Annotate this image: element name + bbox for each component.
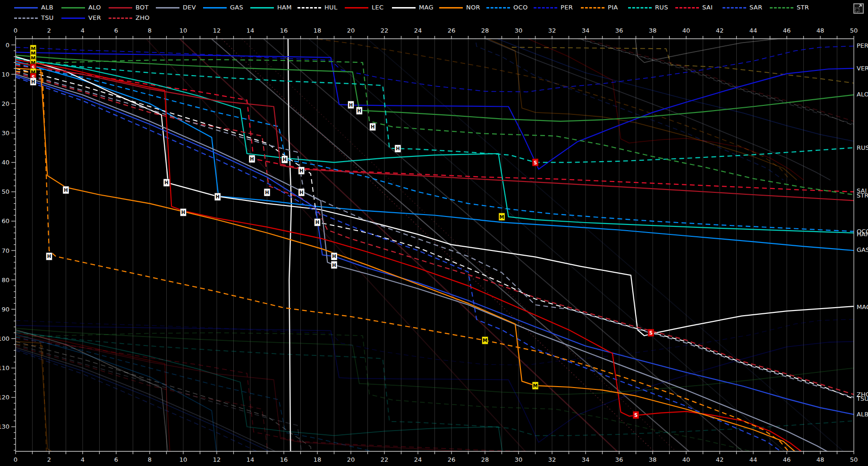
x-bottom-tick-label: 32 [548,456,556,463]
legend-driver-label: STR [797,2,809,13]
legend-driver-label: BOT [136,2,149,13]
legend-line-sample [61,17,85,19]
right-driver-label-ALO: ALO [857,91,868,98]
svg-text:H: H [315,220,319,225]
legend-item-ZHO[interactable]: ZHO [109,13,156,23]
x-bottom-tick-label: 24 [414,456,422,463]
pit-stop-marker-PIA: M [482,337,488,344]
trace-DEV [16,74,830,453]
pit-stop-marker-OCO: H [281,155,288,163]
pit-stop-marker-HUL: H [315,218,321,226]
legend-item-PIA[interactable]: PIA [581,2,628,13]
legend-driver-label: NOR [466,2,480,13]
y-tick-label: 80 [1,276,9,284]
legend-line-sample [534,7,557,9]
lap-chart-plot[interactable]: MMMMSMSHHHHHHHHHHHHHHHHHHMMMSSS002244668… [0,0,868,466]
legend-line-sample [109,17,132,19]
x-bottom-tick-label: 26 [448,456,456,463]
pit-stop-marker-ALO: H [356,107,362,114]
x-bottom-tick-label: 0 [14,456,17,463]
legend-item-ALB[interactable]: ALB [14,2,61,13]
legend-driver-label: PIA [608,2,618,13]
x-top-tick-label: 32 [548,27,556,34]
legend-item-BOT[interactable]: BOT [109,2,156,13]
y-tick-label: 90 [1,306,9,313]
x-top-tick-label: 24 [414,27,422,34]
legend-item-HAM[interactable]: HAM [250,2,298,13]
legend-line-sample [675,7,699,9]
svg-text:H: H [164,180,168,185]
svg-text:H: H [47,254,51,259]
x-top-tick-label: 42 [716,27,724,34]
right-driver-label-HAM: HAM [857,231,868,238]
chart-legend[interactable]: ALBALOBOTDEVGASHAMHULLECMAGNOROCOPERPIAR… [14,2,820,23]
legend-item-GAS[interactable]: GAS [203,2,250,13]
legend-item-LEC[interactable]: LEC [345,2,392,13]
pit-stop-marker-LEC: H [180,208,187,216]
legend-item-NOR[interactable]: NOR [439,2,486,13]
legend-driver-label: GAS [230,2,243,13]
y-tick-label: 70 [1,247,9,254]
legend-item-OCO[interactable]: OCO [486,2,534,13]
legend-line-sample [628,7,652,9]
y-tick-label: 50 [1,188,9,195]
legend-item-VER[interactable]: VER [61,13,109,23]
svg-text:H: H [332,263,336,268]
legend-item-PER[interactable]: PER [534,2,581,13]
legend-item-HUL[interactable]: HUL [298,2,345,13]
legend-line-sample [723,7,746,9]
legend-driver-label: ZHO [136,13,150,23]
x-top-tick-label: 48 [817,27,825,34]
x-bottom-tick-label: 28 [481,456,489,463]
auto-range-icon[interactable] [853,3,864,14]
legend-line-sample [298,7,321,9]
x-top-tick-label: 28 [481,27,489,34]
x-top-tick-label: 34 [582,27,590,34]
x-bottom-tick-label: 8 [148,456,152,463]
legend-driver-label: PER [561,2,573,13]
legend-item-STR[interactable]: STR [770,2,817,13]
legend-line-sample [14,17,38,19]
legend-driver-label: SAR [749,2,762,13]
x-top-tick-label: 20 [347,27,355,34]
x-bottom-tick-label: 18 [314,456,322,463]
svg-text:H: H [396,146,400,151]
legend-line-sample [61,7,85,9]
lap-gap-chart-window: ALBALOBOTDEVGASHAMHULLECMAGNOROCOPERPIAR… [0,0,868,466]
pit-stop-marker-SAI: H [249,155,255,163]
pit-stop-marker-GAS: H [214,193,221,200]
background-diagonal-traces [146,39,854,453]
right-driver-label-TSU: TSU [856,395,868,402]
legend-item-SAI[interactable]: SAI [675,2,723,13]
legend-item-RUS[interactable]: RUS [628,2,675,13]
pit-stop-marker-STR: H [370,123,376,130]
x-bottom-tick-label: 12 [213,456,221,463]
legend-item-MAG[interactable]: MAG [392,2,439,13]
svg-text:S: S [649,330,653,336]
x-top-tick-label: 46 [783,27,791,34]
legend-item-TSU[interactable]: TSU [14,13,61,23]
pit-stop-marker-ALB: H [331,252,337,260]
svg-text:H: H [349,103,353,108]
x-bottom-tick-label: 14 [247,456,255,463]
legend-line-sample [14,7,38,9]
y-tick-label: 40 [1,159,9,166]
legend-item-DEV[interactable]: DEV [156,2,203,13]
legend-driver-label: DEV [183,2,196,13]
pit-stop-marker-HAM: M [499,213,505,221]
x-top-tick-label: 18 [314,27,322,34]
legend-driver-label: ALO [88,2,101,13]
x-top-tick-label: 0 [14,27,17,34]
legend-item-ALO[interactable]: ALO [61,2,109,13]
legend-driver-label: RUS [655,2,668,13]
legend-line-sample [250,7,274,9]
legend-driver-label: VER [88,13,101,23]
legend-driver-label: MAG [419,2,434,13]
right-driver-label-GAS: GAS [857,246,868,253]
legend-item-SAR[interactable]: SAR [723,2,770,13]
x-top-tick-label: 10 [179,27,187,34]
svg-text:H: H [250,156,254,162]
svg-text:M: M [483,338,487,343]
x-bottom-tick-label: 48 [817,456,825,463]
x-top-tick-label: 16 [280,27,288,34]
